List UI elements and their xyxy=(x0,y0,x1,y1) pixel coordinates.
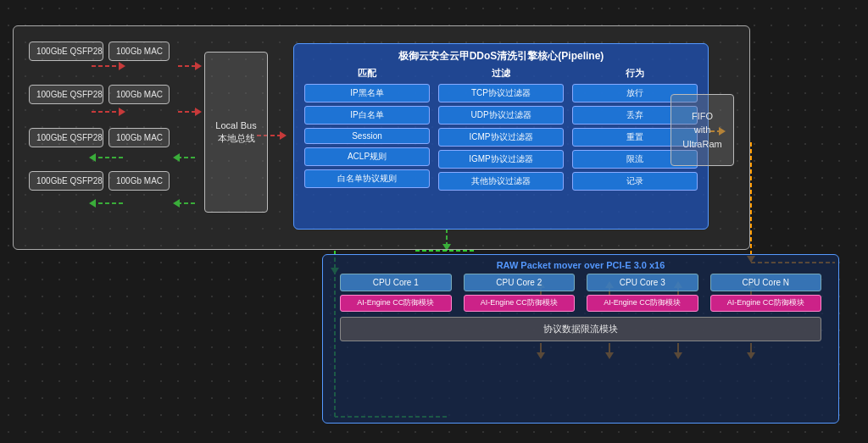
action-item-4: 记录 xyxy=(572,172,698,191)
cpu-row: CPU Core 1 AI-Engine CC防御模块 CPU Core 2 A… xyxy=(323,274,838,312)
col-match-title: 匹配 xyxy=(304,67,430,80)
filter-item-3: IGMP协议过滤器 xyxy=(438,150,564,169)
match-item-4: 白名单协议规则 xyxy=(304,169,430,188)
raw-title: RAW Packet mover over PCI-E 3.0 x16 xyxy=(323,255,838,274)
cpu-col-2: CPU Core 2 AI-Engine CC防御模块 xyxy=(464,274,576,312)
iface-row-2: 100GbE QSFP28 100Gb MAC xyxy=(29,85,170,104)
mac-3: 100Gb MAC xyxy=(108,128,170,147)
cpu-col-1: CPU Core 1 AI-Engine CC防御模块 xyxy=(340,274,452,312)
iface-row-4: 100GbE QSFP28 100Gb MAC xyxy=(29,171,170,191)
cpu-core-3: CPU Core 3 xyxy=(587,274,698,291)
cpu-core-n: CPU Core N xyxy=(710,274,822,291)
mac-1: 100Gb MAC xyxy=(108,42,170,61)
cpu-core-2: CPU Core 2 xyxy=(464,274,576,291)
main-architecture-box: 100GbE QSFP28 100Gb MAC 100GbE QSFP28 10… xyxy=(13,25,750,250)
col-action-title: 行为 xyxy=(572,67,698,80)
qsfp-3: 100GbE QSFP28 xyxy=(29,128,103,147)
fifo-box: FIFOwithUltraRam xyxy=(670,94,734,166)
pipeline-title: 极御云安全云甲DDoS清洗引擎核心(Pipeline) xyxy=(294,44,708,67)
pipeline-box: 极御云安全云甲DDoS清洗引擎核心(Pipeline) 匹配 IP黑名单 IP白… xyxy=(293,43,709,230)
raw-packet-box: RAW Packet mover over PCI-E 3.0 x16 CPU … xyxy=(322,254,839,424)
iface-row-3: 100GbE QSFP28 100Gb MAC xyxy=(29,128,170,147)
ai-engine-n: AI-Engine CC防御模块 xyxy=(710,295,822,312)
col-filter-title: 过滤 xyxy=(438,67,564,80)
cpu-core-1: CPU Core 1 xyxy=(340,274,452,291)
local-bus: Local Bus本地总线 xyxy=(204,52,268,213)
iface-row-1: 100GbE QSFP28 100Gb MAC xyxy=(29,42,170,61)
qsfp-2: 100GbE QSFP28 xyxy=(29,85,103,104)
mac-2: 100Gb MAC xyxy=(108,85,170,104)
interface-group: 100GbE QSFP28 100Gb MAC 100GbE QSFP28 10… xyxy=(29,42,170,191)
cpu-col-n: CPU Core N AI-Engine CC防御模块 xyxy=(710,274,822,312)
qsfp-1: 100GbE QSFP28 xyxy=(29,42,103,61)
match-item-3: ACLP规则 xyxy=(304,147,430,166)
match-item-2: Session xyxy=(304,128,430,144)
cpu-col-3: CPU Core 3 AI-Engine CC防御模块 xyxy=(587,274,698,312)
filter-item-2: ICMP协议过滤器 xyxy=(438,128,564,147)
pipeline-col-match: 匹配 IP黑名单 IP白名单 Session ACLP规则 白名单协议规则 xyxy=(304,67,430,194)
match-item-1: IP白名单 xyxy=(304,106,430,125)
filter-item-1: UDP协议过滤器 xyxy=(438,106,564,125)
filter-item-4: 其他协议过滤器 xyxy=(438,172,564,191)
qsfp-4: 100GbE QSFP28 xyxy=(29,171,103,191)
ai-engine-1: AI-Engine CC防御模块 xyxy=(340,295,452,312)
pipeline-col-filter: 过滤 TCP协议过滤器 UDP协议过滤器 ICMP协议过滤器 IGMP协议过滤器… xyxy=(438,67,564,194)
ai-engine-3: AI-Engine CC防御模块 xyxy=(587,295,698,312)
pipeline-columns: 匹配 IP黑名单 IP白名单 Session ACLP规则 白名单协议规则 过滤… xyxy=(294,67,708,194)
protocol-box: 协议数据限流模块 xyxy=(340,317,821,341)
match-item-0: IP黑名单 xyxy=(304,84,430,102)
ai-engine-2: AI-Engine CC防御模块 xyxy=(464,295,576,312)
mac-4: 100Gb MAC xyxy=(108,171,170,191)
filter-item-0: TCP协议过滤器 xyxy=(438,84,564,102)
